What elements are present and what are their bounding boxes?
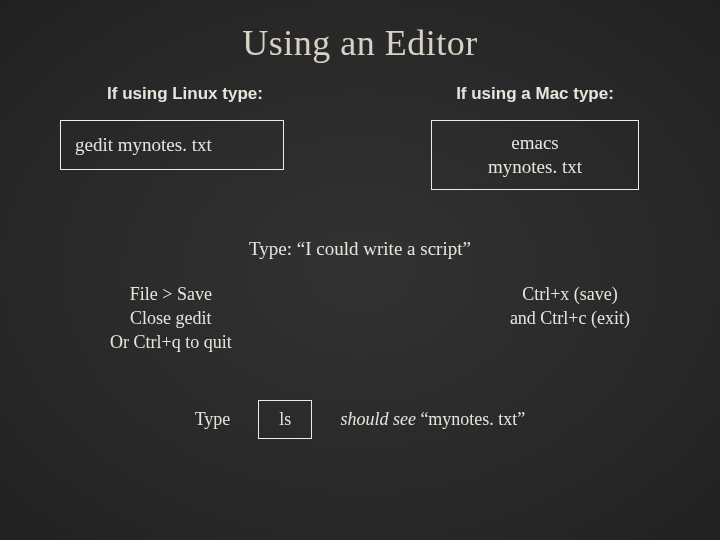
mac-instr-line2: and Ctrl+c (exit) bbox=[510, 306, 630, 330]
mac-command-box: emacs mynotes. txt bbox=[431, 120, 639, 190]
type-label: Type bbox=[195, 409, 231, 430]
result-italic: should see bbox=[340, 409, 416, 429]
ls-command-box: ls bbox=[258, 400, 312, 439]
linux-instr-line3: Or Ctrl+q to quit bbox=[110, 330, 232, 354]
linux-instr-line1: File > Save bbox=[110, 282, 232, 306]
mac-command-line2: mynotes. txt bbox=[488, 155, 582, 179]
linux-save-instructions: File > Save Close gedit Or Ctrl+q to qui… bbox=[110, 282, 232, 355]
mac-label: If using a Mac type: bbox=[410, 84, 660, 104]
linux-column: If using Linux type: gedit mynotes. txt bbox=[60, 84, 310, 190]
mac-command-wrap: emacs mynotes. txt bbox=[488, 131, 582, 179]
result-text: should see “mynotes. txt” bbox=[340, 409, 525, 430]
mac-command-line1: emacs bbox=[488, 131, 582, 155]
command-columns: If using Linux type: gedit mynotes. txt … bbox=[0, 64, 720, 190]
linux-command: gedit mynotes. txt bbox=[75, 133, 212, 157]
ls-command: ls bbox=[279, 409, 291, 429]
type-instruction: Type: “I could write a script” bbox=[0, 238, 720, 260]
linux-label: If using Linux type: bbox=[60, 84, 310, 104]
linux-instr-line2: Close gedit bbox=[110, 306, 232, 330]
mac-instr-line1: Ctrl+x (save) bbox=[510, 282, 630, 306]
linux-command-box: gedit mynotes. txt bbox=[60, 120, 284, 170]
save-instructions: File > Save Close gedit Or Ctrl+q to qui… bbox=[0, 260, 720, 355]
bottom-row: Type ls should see “mynotes. txt” bbox=[0, 400, 720, 439]
result-rest: “mynotes. txt” bbox=[416, 409, 525, 429]
slide: Using an Editor If using Linux type: ged… bbox=[0, 0, 720, 540]
mac-save-instructions: Ctrl+x (save) and Ctrl+c (exit) bbox=[510, 282, 630, 355]
mac-column: If using a Mac type: emacs mynotes. txt bbox=[410, 84, 660, 190]
slide-title: Using an Editor bbox=[0, 0, 720, 64]
